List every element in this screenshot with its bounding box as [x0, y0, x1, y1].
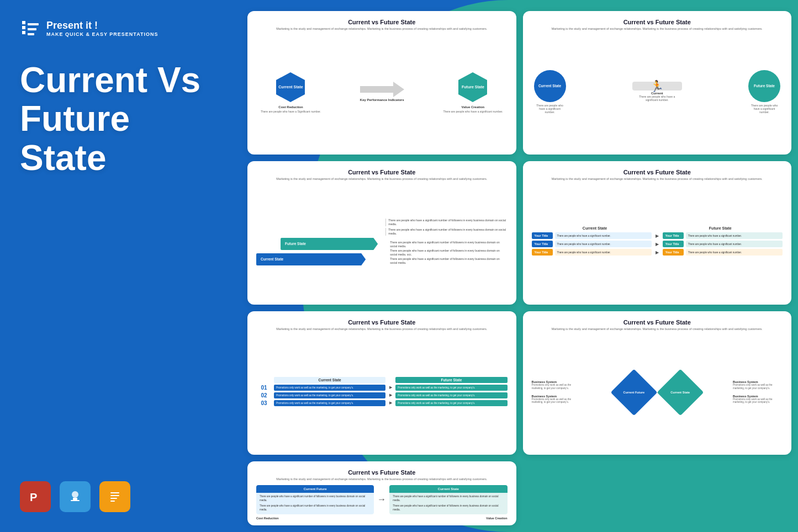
slide-2-runner-sub: There are people who have a significant …	[638, 95, 677, 102]
slide-5-title: Current vs Future State	[256, 319, 508, 326]
slide-7-right-labels: Business System Promotions only work as …	[733, 380, 783, 404]
slide-5-row3-right: Promotions only work as well as the mark…	[395, 400, 507, 406]
slide-3-desc: Marketing is the study and management of…	[256, 177, 508, 182]
svg-point-9	[72, 491, 78, 498]
slide-4-row1-text-left: There are people who have a significant …	[555, 232, 652, 239]
slide-1-value-label: Value Creation	[462, 105, 485, 109]
slide-5-row3-left: Promotions only work as well as the mark…	[274, 400, 385, 406]
slide-4-row1-arrow: ▶	[654, 232, 660, 239]
slide-5-col1-header: Current State	[274, 377, 385, 383]
slide-5-row1-arrow: ▶	[388, 385, 393, 390]
slide-7-label-4-text: Promotions only work as well as the mark…	[733, 398, 783, 405]
slide-3-b2: There are people who have a significant …	[385, 249, 507, 257]
slide-card-6[interactable]: Current vs Future State Marketing is the…	[247, 461, 516, 525]
slide-5-row2-left: Promotions only work as well as the mark…	[274, 392, 385, 398]
slide-card-3[interactable]: Current vs Future State Marketing is the…	[247, 161, 516, 305]
slide-card-7[interactable]: Current vs Future State Marketing is the…	[523, 311, 792, 455]
slide-6-col1-body1: There are people who have a significant …	[260, 495, 371, 503]
slide-2-current-circle: Current State	[534, 70, 566, 102]
slide-4-row3-arrow: ▶	[654, 249, 660, 256]
slide-1-arrow	[360, 82, 404, 97]
svg-rect-0	[22, 21, 25, 24]
slide-6-col2-header: Current State	[389, 485, 507, 493]
slide-1-cost-sub: There are people who have a Significant …	[261, 110, 321, 113]
slide-4-col1-header: Current State	[583, 226, 607, 230]
slide-1-title: Current vs Future State	[256, 19, 508, 25]
slide-4-row1-text-right: There are people who have a significant …	[686, 232, 783, 239]
slide-5-row1-left: Promotions only work as well as the mark…	[274, 385, 385, 391]
slide-7-desc: Marketing is the study and management of…	[532, 327, 783, 332]
slide-7-label-2-text: Promotions only work as well as the mark…	[532, 398, 582, 405]
slide-card-4[interactable]: Current vs Future State Marketing is the…	[523, 161, 792, 305]
slide-card-1[interactable]: Current vs Future State Marketing is the…	[247, 11, 516, 155]
slide-6-label-left: Cost Reduction	[256, 517, 279, 520]
slide-7-label-3-text: Promotions only work as well as the mark…	[733, 384, 783, 390]
slide-2-title: Current vs Future State	[532, 19, 783, 25]
slides-grid: Current vs Future State Marketing is the…	[247, 11, 791, 525]
slide-3-b1: There are people who have a significant …	[385, 241, 507, 249]
slide-4-row2-text-left: There are people who have a significant …	[555, 241, 652, 247]
svg-rect-16	[110, 501, 115, 502]
slide-4-row1-label-left: Your Title	[532, 232, 553, 239]
slide-1-future-label: Future State	[462, 85, 484, 89]
slide-4-row2-text-right: There are people who have a significant …	[686, 241, 783, 247]
svg-rect-12	[106, 488, 124, 506]
slide-7-diamond2: Current State	[664, 376, 697, 409]
slide-4-desc: Marketing is the study and management of…	[532, 177, 783, 182]
slide-5-col2-header: Future State	[395, 377, 507, 383]
slide-5-row1-right: Promotions only work as well as the mark…	[395, 385, 507, 391]
slide-5-row3-arrow: ▶	[388, 401, 393, 405]
slide-6-col1-header: Current Future	[256, 485, 374, 493]
brand-subtitle: MAKE QUICK & EASY PRESENTATIONS	[46, 31, 158, 37]
slide-2-future-circle: Future State	[748, 70, 780, 102]
slide-1-desc: Marketing is the study and management of…	[256, 27, 508, 31]
slide-3-bullet-2: There are people who have a significant …	[385, 228, 507, 236]
slide-5-row3-num: 03	[256, 400, 272, 406]
brand-logo: Present it ! MAKE QUICK & EASY PRESENTAT…	[20, 18, 223, 40]
slide-5-row2-right: Promotions only work as well as the mark…	[395, 392, 507, 398]
slide-1-kpi-label: Key Performance Indicators	[360, 98, 404, 102]
slide-4-row2-label-right: Your Title	[663, 241, 684, 247]
slide-7-label-3: Business System Promotions only work as …	[733, 380, 783, 390]
slide-5-row2-num: 02	[256, 392, 272, 398]
slide-4-title: Current vs Future State	[532, 169, 783, 175]
gdoc-icon[interactable]	[99, 481, 130, 512]
slide-4-row3-label-left: Your Title	[532, 249, 553, 256]
slide-4-content: Current State Future State Your Title Th…	[532, 185, 783, 299]
slide-7-diamond2-label: Current State	[667, 391, 694, 394]
ppt-icon[interactable]: P	[20, 481, 51, 512]
slide-3-b3: There are people who have a significant …	[385, 257, 507, 265]
svg-rect-4	[28, 28, 36, 30]
slide-7-diamond1: Current Future	[617, 376, 651, 409]
slide-3-future-btn: Future State	[281, 238, 378, 250]
slide-4-row3-text-left: There are people who have a significant …	[555, 249, 652, 256]
svg-rect-13	[110, 492, 119, 493]
slide-7-left-labels: Business System Promotions only work as …	[532, 380, 582, 404]
slide-5-row1-num: 01	[256, 385, 272, 391]
slide-6-label-right: Value Creation	[486, 517, 507, 520]
slide-6-title: Current vs Future State	[256, 469, 508, 476]
svg-marker-18	[360, 82, 404, 97]
slide-2-right-sub: There are people who have a significant …	[749, 104, 780, 114]
keynote-icon[interactable]	[60, 481, 91, 512]
slide-6-col1-body2: There are people who have a significant …	[260, 504, 371, 512]
slide-7-label-4: Business System Promotions only work as …	[733, 395, 783, 405]
svg-rect-10	[71, 500, 80, 501]
slide-4-row1-label-right: Your Title	[663, 232, 684, 239]
slide-6-content: Current Future There are people who have…	[256, 485, 508, 520]
slide-7-diamond1-label: Current Future	[620, 391, 648, 394]
slide-6-desc: Marketing is the study and management of…	[256, 477, 508, 482]
slide-6-center-arrow: →	[377, 485, 386, 514]
slide-5-content: Current State Future State 01 Promotions…	[256, 335, 508, 449]
slide-3-bullet-1: There are people who have a significant …	[385, 219, 507, 226]
slide-4-row2-label-left: Your Title	[532, 241, 553, 247]
slide-7-label-1-text: Promotions only work as well as the mark…	[532, 384, 582, 390]
slide-7-label-1: Business System Promotions only work as …	[532, 380, 582, 390]
slide-3-title: Current vs Future State	[256, 169, 508, 175]
slide-4-row3-text-right: There are people who have a significant …	[686, 249, 783, 256]
slide-card-2[interactable]: Current vs Future State Marketing is the…	[523, 11, 792, 155]
slide-5-row2-arrow: ▶	[388, 393, 393, 397]
svg-rect-14	[110, 495, 119, 496]
slide-7-content: Business System Promotions only work as …	[532, 335, 783, 449]
slide-card-5[interactable]: Current vs Future State Marketing is the…	[247, 311, 516, 455]
